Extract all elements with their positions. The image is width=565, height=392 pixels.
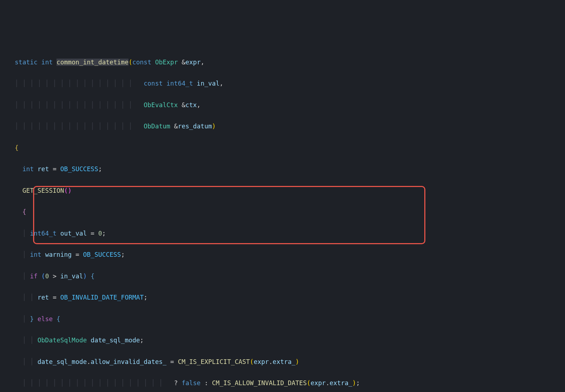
function-name-highlighted: common_int_datetime bbox=[56, 59, 128, 66]
code-line: │ │ │ │ │ │ │ │ │ │ │ │ │ │ │ │ ObEvalCt… bbox=[7, 100, 558, 111]
code-line: │ │ ret = OB_INVALID_DATE_FORMAT; bbox=[7, 292, 558, 303]
code-editor: static int common_int_datetime(const ObE… bbox=[7, 46, 558, 392]
code-line: int ret = OB_SUCCESS; bbox=[7, 164, 558, 175]
code-line: GET_SESSION() bbox=[7, 186, 558, 196]
code-line: │ │ date_sql_mode.allow_invalid_dates_ =… bbox=[7, 357, 558, 368]
code-line: │ │ ObDateSqlMode date_sql_mode; bbox=[7, 335, 558, 346]
code-line: { bbox=[7, 143, 558, 154]
code-line: { bbox=[7, 207, 558, 218]
code-line: │ │ │ │ │ │ │ │ │ │ │ │ │ │ │ │ │ │ │ ? … bbox=[7, 378, 558, 389]
code-line: │ int64_t out_val = 0; bbox=[7, 228, 558, 239]
code-line: static int common_int_datetime(const ObE… bbox=[7, 57, 558, 68]
code-line: │ if (0 > in_val) { bbox=[7, 271, 558, 282]
code-line: │ │ │ │ │ │ │ │ │ │ │ │ │ │ │ │ const in… bbox=[7, 78, 558, 89]
code-line: │ │ │ │ │ │ │ │ │ │ │ │ │ │ │ │ ObDatum … bbox=[7, 121, 558, 132]
code-line: │ } else { bbox=[7, 314, 558, 325]
code-line: │ int warning = OB_SUCCESS; bbox=[7, 250, 558, 260]
